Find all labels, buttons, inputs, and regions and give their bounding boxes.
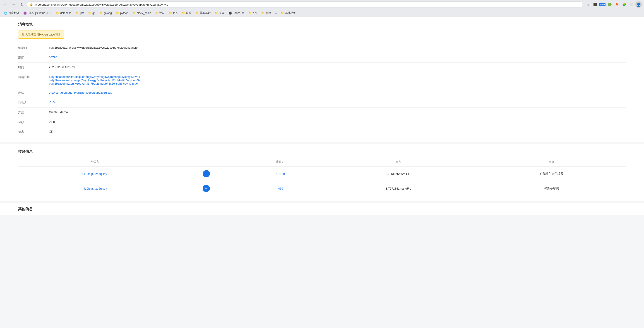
bookmark-python[interactable]: 📁 python <box>114 11 130 15</box>
section-divider-2 <box>0 201 644 203</box>
bookmark-qianduan[interactable]: 📁 前端 <box>180 10 193 16</box>
field-value: 60790 <box>45 53 626 63</box>
transfer-header-row: 发送方 接收方 金额 类型 <box>18 158 626 166</box>
bookmark-baidu[interactable]: 🌐 百度翻译 <box>2 10 21 16</box>
table-row: 接收方 t010 <box>18 98 626 108</box>
transfer-to: t01130 <box>241 166 320 181</box>
sender-link[interactable]: t410fsgradrynjahdnryvg6pofkzepol5dp2ze5q… <box>49 91 112 94</box>
transfer-table: 发送方 接收方 金额 类型 t410fsgr...ze5qicdy → <box>18 158 626 196</box>
ext-fox-button[interactable]: 🦊 <box>614 1 620 8</box>
bookmark-momin[interactable]: 📁 莫名其妙 <box>194 10 212 16</box>
transfer-row: t410fsgr...ze5qicdy → t099 3.7571841 nan… <box>18 181 626 196</box>
field-label: 状态 <box>18 127 45 137</box>
transfer-section: 转账信息 发送方 接收方 金额 类型 t410fsgr...ze5qicdy <box>0 144 644 201</box>
field-label: 所属区块 <box>18 72 45 88</box>
table-row: 状态 OK <box>18 127 626 137</box>
col-amount: 金额 <box>320 158 478 166</box>
bookmarks-bar: 🌐 百度翻译 🟣 Slack | fil-lotus | Fi... 📁 dat… <box>0 9 644 17</box>
bookmark-git[interactable]: 📁 git <box>86 11 97 15</box>
bookmark-luntan[interactable]: 📁 论坛 <box>153 10 167 16</box>
block-link-2[interactable]: bafy2bzacea7oibytfwqpq2wybkkwgy7v3h2mtjt… <box>49 78 140 82</box>
transfer-section-title: 转账信息 <box>18 149 626 154</box>
receiver-link[interactable]: t010 <box>49 101 54 104</box>
field-label: 方法 <box>18 108 45 117</box>
table-row: 消息ID bafy2bzaceac7wjslysiykyzlberd6jqzwx… <box>18 43 626 53</box>
bookmark-blockchain[interactable]: 📁 block_chain <box>131 11 153 15</box>
url-text: hyperspace.filfox.info/zh/message/bafy2b… <box>34 3 168 6</box>
transfer-from-link-2[interactable]: t410fsgr...ze5qicdy <box>82 187 107 190</box>
field-value: t010 <box>45 98 626 108</box>
bookmark-rust[interactable]: 📁 rust <box>246 11 259 15</box>
table-row: 发送方 t410fsgradrynjahdnryvg6pofkzepol5dp2… <box>18 88 626 98</box>
table-row: 金额 0 FIL <box>18 117 626 127</box>
browser-toolbar: ← → ↻ 🔒 hyperspace.filfox.info/zh/messag… <box>0 0 644 9</box>
other-info-section: 其他信息 <box>0 203 644 215</box>
lock-icon: 🔒 <box>30 3 33 6</box>
screenshot-button[interactable]: ⬛ <box>592 1 598 8</box>
warning-box: 此消息只支持Hyperspace网络 <box>18 30 64 39</box>
arrow-icon-2: → <box>203 185 210 192</box>
profile-avatar-button[interactable]: 👤 <box>636 1 642 8</box>
transfer-row: t410fsgr...ze5qicdy → t01130 0.113155562… <box>18 166 626 181</box>
height-link[interactable]: 60790 <box>49 56 57 59</box>
transfer-arrow: → <box>172 181 241 196</box>
section-divider <box>0 142 644 144</box>
new-extension-button[interactable]: New <box>599 1 606 8</box>
bookmark-k8s[interactable]: 📁 k8s <box>167 11 179 15</box>
transfer-to-link-2[interactable]: t099 <box>278 187 283 190</box>
bookmark-showdoc[interactable]: ⚫ ShowDoc <box>227 11 246 15</box>
transfer-to-link-1[interactable]: t01130 <box>276 172 285 176</box>
field-value: 2023-02-06 16:35:00 <box>45 63 626 72</box>
table-row: 所属区块 bafy2bzacecbh5xrp3tsgzlenebgliy2roy… <box>18 72 626 88</box>
other-section-title: 其他信息 <box>18 207 626 212</box>
reload-button[interactable]: ↻ <box>18 1 25 8</box>
field-value: t410fsgradrynjahdnryvg6pofkzepol5dp2ze5q… <box>45 88 626 98</box>
transfer-type-2: 销毁手续费 <box>478 181 626 196</box>
block-link-1[interactable]: bafy2bzacecbh5xrp3tsgzlenebgliy2royfpxgk… <box>49 75 140 78</box>
col-arrow <box>172 158 241 166</box>
field-label: 发送方 <box>18 88 45 98</box>
window-button[interactable]: ⬜ <box>628 1 634 8</box>
bookmark-other[interactable]: 📁 其他书签 <box>279 10 298 16</box>
field-block-links: bafy2bzacecbh5xrp3tsgzlenebgliy2royfpxgk… <box>45 72 626 88</box>
warning-text: 此消息只支持Hyperspace网络 <box>22 33 61 36</box>
transfer-to: t099 <box>241 181 320 196</box>
field-value: 0 FIL <box>45 117 626 127</box>
new-badge: New <box>599 3 606 6</box>
bookmark-ipfs[interactable]: 📁 ipfs <box>74 11 86 15</box>
info-table: 消息ID bafy2bzaceac7wjslysiykyzlberd6jqzwx… <box>18 43 626 137</box>
transfer-amount-2: 3.7571841 nanoFIL <box>320 181 478 196</box>
bookmark-more[interactable]: » <box>273 11 278 15</box>
col-receiver: 接收方 <box>241 158 320 166</box>
field-value: bafy2bzaceac7wjslysiykyzlberd6jqzwx3yysy… <box>45 43 626 53</box>
bookmark-database[interactable]: 📁 database <box>54 11 73 15</box>
profile-avatar: 👤 <box>636 1 642 8</box>
page-content: 消息概览 此消息只支持Hyperspace网络 消息ID bafy2bzacea… <box>0 17 644 328</box>
transfer-arrow: → <box>172 166 241 181</box>
transfer-type-1: 存储提供者手续费 <box>478 166 626 181</box>
bookmark-slack[interactable]: 🟣 Slack | fil-lotus | Fi... <box>22 11 54 15</box>
bookmark-aoshu[interactable]: 📁 奥数 <box>260 10 273 16</box>
field-label: 高度 <box>18 53 45 63</box>
transfer-amount-1: 0.1131555625 FIL <box>320 166 478 181</box>
field-label: 金额 <box>18 117 45 127</box>
table-row: 时间 2023-02-06 16:35:00 <box>18 63 626 72</box>
transfer-from-link-1[interactable]: t410fsgr...ze5qicdy <box>82 172 107 176</box>
field-value: CreateExternal <box>45 108 626 117</box>
bookmark-star-button[interactable]: ☆ <box>585 1 591 8</box>
forward-button[interactable]: → <box>10 1 17 8</box>
field-label: 时间 <box>18 63 45 72</box>
back-button[interactable]: ← <box>2 1 8 8</box>
bookmark-golang[interactable]: 📁 golang <box>98 11 114 15</box>
transfer-from: t410fsgr...ze5qicdy <box>18 166 172 181</box>
ext-puzzle-button[interactable]: 🧩 <box>621 1 627 8</box>
col-sender: 发送方 <box>18 158 172 166</box>
block-link-3[interactable]: bafy2bzacebtg2terswzedvu435r7bqr2stndab4… <box>49 82 138 85</box>
address-bar[interactable]: 🔒 hyperspace.filfox.info/zh/message/bafy… <box>27 1 583 8</box>
browser-actions: ☆ ⬛ New 🟢 🦊 🧩 ⬜ 👤 <box>585 1 642 8</box>
section-title: 消息概览 <box>18 22 626 27</box>
field-label: 消息ID <box>18 43 45 53</box>
bookmark-wenku[interactable]: 📁 文库 <box>213 10 226 16</box>
col-type: 类型 <box>478 158 626 166</box>
ext-green-button[interactable]: 🟢 <box>606 1 613 8</box>
